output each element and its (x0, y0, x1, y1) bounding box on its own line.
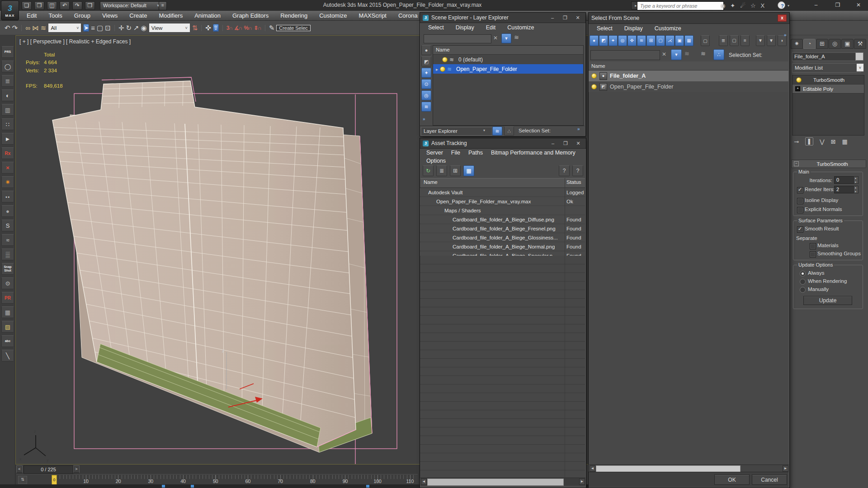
menu-item[interactable]: Select (423, 23, 449, 32)
object-color-swatch[interactable] (855, 52, 863, 61)
filter-frozen-icon[interactable]: ▦ (684, 35, 693, 46)
scene-object-row-selected[interactable]: File_folder_A (589, 70, 788, 81)
named-selection-sets-icon[interactable]: ✎ (269, 23, 275, 33)
layers-mode-icon[interactable]: ≋ (492, 127, 502, 136)
name-column-header[interactable]: Name (589, 61, 788, 70)
restore-button[interactable]: ❐ (830, 0, 845, 10)
collapse-icon[interactable]: − (794, 161, 799, 166)
visibility-bulb-icon[interactable] (442, 57, 448, 62)
display-filter-button[interactable]: ● (421, 45, 431, 55)
asset-help-button[interactable]: ? (559, 165, 570, 176)
keyboard-override-button[interactable]: ⇧ (213, 23, 219, 33)
menu-item[interactable]: Customize (313, 11, 353, 21)
viewport-label[interactable]: [ + ] [ Perspective ] [ Realistic + Edge… (19, 38, 131, 45)
clear-search-icon[interactable]: ✕ (662, 51, 666, 57)
undo-icon[interactable]: ↶ (60, 1, 70, 10)
filter-cameras-icon[interactable]: ◎ (618, 35, 627, 46)
menu-item[interactable]: Customize (502, 23, 539, 32)
select-place-icon[interactable]: ◉ (141, 23, 147, 33)
menu-item[interactable]: Group (68, 11, 96, 21)
hierarchy-mode-icon[interactable]: ∴ (713, 49, 724, 60)
find-input[interactable] (424, 34, 491, 43)
iterations-field[interactable]: 0 (834, 176, 855, 184)
separator[interactable] (263, 25, 267, 31)
more-tools-icon[interactable]: » (423, 117, 425, 122)
snapshot-tool[interactable]: Snap Shot (1, 263, 14, 275)
table-row[interactable]: Autodesk Vault Logged In (420, 188, 585, 197)
stack-tool-icon[interactable]: ⊠ (831, 138, 836, 145)
trackbar-filter-icon[interactable]: ⇅ (18, 476, 27, 484)
application-menu-button[interactable]: 3 MAX (1, 0, 19, 20)
scrollbar-thumb[interactable] (427, 479, 564, 486)
select-move-icon[interactable]: ✛ (118, 23, 124, 33)
modifier-stack-row-active[interactable]: + Editable Poly (793, 84, 864, 94)
expand-plus-icon[interactable]: + (795, 86, 800, 91)
minimize-icon[interactable]: – (547, 15, 557, 20)
display-filter-button[interactable]: ⊙ (421, 79, 431, 89)
communication-center-icon[interactable]: ☄ (740, 2, 745, 9)
new-file-icon[interactable]: ❏ (22, 1, 32, 10)
modifier-enabled-bulb-icon[interactable] (796, 77, 802, 83)
ok-button[interactable]: OK (714, 474, 750, 485)
close-icon[interactable]: ✕ (573, 141, 583, 146)
separator[interactable] (19, 25, 24, 31)
visibility-bulb-icon[interactable] (440, 66, 445, 72)
scroll-right-icon[interactable]: ► (579, 479, 585, 485)
snap-toggle-3d-icon[interactable]: 3∩ (226, 23, 232, 33)
modifier-list-arrow-icon[interactable]: ˅ (856, 63, 864, 72)
keyword-search-input[interactable] (637, 1, 724, 10)
grid-tool[interactable]: ▦ (1, 306, 14, 318)
window-crossing-icon[interactable]: ⊡ (105, 23, 111, 33)
always-radio[interactable] (800, 271, 806, 277)
filter-containers-icon[interactable]: ▣ (675, 35, 684, 46)
bind-spacewarp-icon[interactable]: ≋ (41, 23, 47, 33)
menu-item[interactable]: Server (423, 149, 447, 156)
select-by-name-icon[interactable]: ≡ (91, 23, 95, 33)
gear-tool[interactable]: ⚙ (1, 277, 14, 289)
filter-funnel-icon[interactable]: ▼ (501, 33, 511, 43)
layer-filter-icon[interactable]: ≋ (684, 50, 689, 57)
column-divider[interactable] (565, 178, 565, 479)
display-filter-button[interactable]: ◎ (421, 90, 431, 100)
rect-selection-region-icon[interactable]: ▢ (97, 23, 103, 33)
ball-tool[interactable]: ● (1, 205, 14, 217)
tree-empty-area[interactable] (589, 92, 788, 465)
more-tools-icon[interactable]: » (784, 33, 786, 38)
wave-tool[interactable]: ≈ (1, 234, 14, 246)
close-button[interactable]: ✕ (851, 0, 866, 10)
menu-item[interactable]: File (448, 149, 464, 156)
expand-arrow-icon[interactable] (436, 66, 438, 72)
grid-dots-tool[interactable]: ∷ (1, 118, 14, 130)
tab-display[interactable]: ▣ (841, 39, 854, 49)
asset-tool-button[interactable]: ⊞ (450, 165, 461, 176)
pr-tool[interactable]: PR (1, 292, 14, 304)
materials-checkbox[interactable] (810, 243, 816, 249)
menu-item[interactable]: MAXScript (353, 11, 392, 21)
redo-icon[interactable]: ↷ (72, 1, 82, 10)
scroll-right-icon[interactable]: ► (783, 465, 788, 472)
scroll-left-icon[interactable]: ◄ (590, 465, 595, 472)
percent-snap-icon[interactable]: %∩ (244, 23, 252, 33)
select-scale-icon[interactable]: ↗ (133, 23, 139, 33)
iterations-spinner[interactable] (854, 176, 859, 184)
current-frame-field[interactable]: 0 / 225 (24, 465, 73, 474)
use-pivot-center-icon[interactable]: ⇅ (192, 23, 198, 33)
noise-tool[interactable]: ▒ (1, 249, 14, 260)
visibility-bulb-icon[interactable] (591, 84, 597, 89)
when-rendering-radio[interactable] (800, 279, 806, 285)
stack-tool-icon[interactable]: ⋁ (820, 138, 825, 145)
select-link-icon[interactable]: ∞ (25, 23, 30, 33)
spheres-tool[interactable]: ●● (1, 191, 14, 202)
x-tool[interactable]: ✕ (1, 162, 14, 174)
cursor-tool[interactable]: ► (1, 133, 14, 145)
horizontal-scrollbar[interactable]: ◄ ► (420, 478, 585, 486)
unlink-selection-icon[interactable]: ⋈ (32, 23, 39, 33)
tab-utilities[interactable]: ⚒ (854, 39, 866, 49)
render-iters-field[interactable]: 2 (834, 186, 855, 193)
search-binoculars-icon[interactable]: ◉ (720, 2, 725, 9)
menu-item[interactable]: Display (450, 23, 480, 32)
tab-create[interactable]: ✷ (791, 39, 803, 49)
asset-tool-button[interactable]: ↻ (423, 165, 434, 176)
slash-tool[interactable]: ╲ (1, 350, 14, 361)
separator[interactable] (199, 25, 203, 31)
